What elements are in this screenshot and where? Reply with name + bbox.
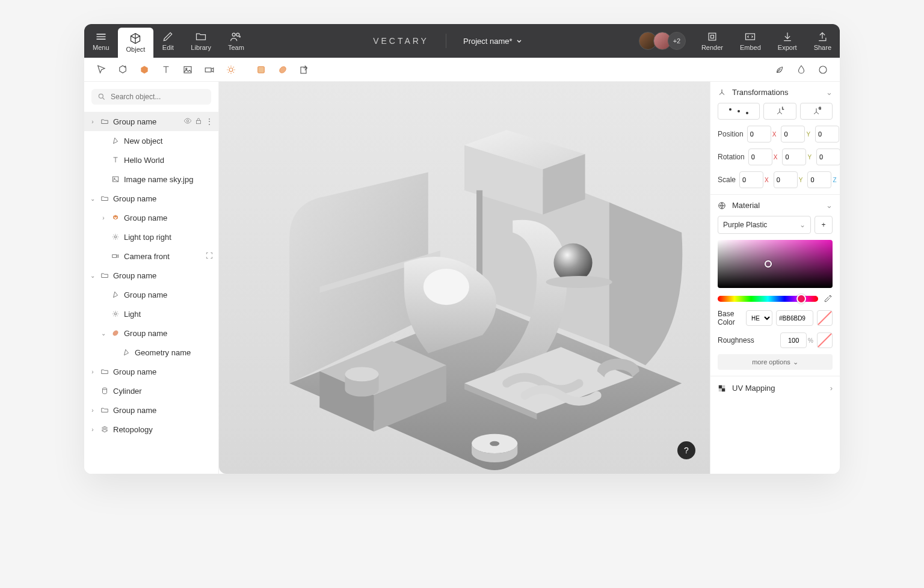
rotation-y-input[interactable] (782, 149, 806, 165)
position-y-input[interactable] (781, 126, 805, 142)
tree-item[interactable]: ⌄Group name (84, 323, 218, 343)
search-input-wrapper[interactable] (91, 89, 211, 105)
hex-value-input[interactable] (776, 310, 813, 326)
more-options-button[interactable]: more options ⌄ (718, 354, 833, 370)
tree-item[interactable]: Cylinder (84, 381, 218, 400)
svg-rect-37 (722, 388, 725, 391)
add-material-button[interactable]: + (815, 216, 833, 234)
local-space-button[interactable]: L (763, 103, 796, 120)
more-icon[interactable]: ⋮ (205, 117, 214, 126)
paint-tool[interactable] (272, 59, 294, 81)
tree-item[interactable]: ›Group name (84, 362, 218, 381)
viewport-3d[interactable]: ? (219, 82, 710, 474)
lock-icon[interactable] (194, 117, 203, 125)
tree-item-label: Group name (113, 406, 214, 415)
more-users-button[interactable]: +2 (668, 32, 686, 50)
tree-item[interactable]: Light top right (84, 227, 218, 247)
tree-item[interactable]: ›Retopology (84, 420, 218, 439)
position-label: Position (718, 130, 744, 138)
text-tool[interactable] (155, 59, 177, 81)
search-input[interactable] (111, 93, 205, 101)
transformations-header[interactable]: Transformations ⌄ (718, 88, 833, 97)
tree-item[interactable]: ›Group name (84, 208, 218, 227)
expand-chevron[interactable]: › (89, 426, 96, 433)
scale-x-input[interactable] (739, 171, 763, 188)
tree-item-label: Retopology (113, 425, 214, 434)
edit-mode-button[interactable]: Edit (153, 24, 182, 58)
roughness-input[interactable] (780, 332, 807, 348)
eye-icon[interactable] (183, 117, 192, 125)
tree-item[interactable]: Camera front (84, 247, 218, 266)
tree-item[interactable]: Image name sky.jpg (84, 170, 218, 189)
expand-chevron[interactable]: › (89, 407, 96, 414)
tree-item[interactable]: ›Group name⋮ (84, 112, 218, 131)
svg-rect-12 (258, 66, 265, 73)
material-header[interactable]: Material ⌄ (718, 201, 833, 210)
edit-icon (162, 31, 174, 43)
render-button[interactable]: Render (693, 24, 732, 58)
view-wireframe-tool[interactable] (790, 59, 812, 81)
chevron-right-icon: › (830, 384, 833, 393)
svg-rect-8 (184, 66, 191, 73)
tree-item-label: Group name (113, 367, 214, 376)
tree-item[interactable]: Geometry name (84, 343, 218, 362)
color-swatch[interactable] (817, 310, 833, 326)
light-tool[interactable] (220, 59, 242, 81)
position-z-input[interactable] (815, 126, 839, 142)
primitive-tool[interactable] (134, 59, 155, 81)
image-tool[interactable] (177, 59, 199, 81)
tree-item[interactable]: Light (84, 304, 218, 323)
tree-item[interactable]: ›Group name (84, 400, 218, 420)
help-button[interactable]: ? (677, 441, 695, 459)
view-settings-tool[interactable] (812, 59, 834, 81)
position-x-input[interactable] (747, 126, 771, 142)
view-shading-tool[interactable] (769, 59, 790, 81)
team-button[interactable]: Team (220, 24, 253, 58)
tree-item[interactable]: New object (84, 131, 218, 150)
export-button[interactable]: Export (769, 24, 805, 58)
expand-chevron[interactable]: ⌄ (89, 195, 96, 202)
select-tool[interactable] (90, 59, 112, 81)
pivot-origin-button[interactable] (718, 103, 760, 120)
eyedropper-icon[interactable] (823, 294, 833, 304)
embed-button[interactable]: Embed (732, 24, 769, 58)
expand-chevron[interactable]: › (100, 215, 107, 221)
library-button[interactable]: Library (182, 24, 220, 58)
library-label: Library (191, 44, 211, 51)
uv-mapping-title: UV Mapping (732, 384, 775, 393)
scale-y-input[interactable] (774, 171, 798, 188)
camera-tool[interactable] (199, 59, 220, 81)
expand-chevron[interactable]: › (89, 118, 96, 125)
global-space-button[interactable]: G (800, 103, 833, 120)
focus-icon[interactable] (205, 251, 214, 262)
uv-mapping-header[interactable]: UV Mapping › (710, 376, 840, 400)
rotation-x-input[interactable] (748, 149, 772, 165)
tree-item[interactable]: ⌄Group name (84, 189, 218, 208)
roughness-swatch[interactable] (817, 332, 833, 348)
share-button[interactable]: Share (805, 24, 840, 58)
hue-slider[interactable] (718, 296, 818, 302)
menu-button[interactable]: Menu (84, 24, 118, 58)
hue-cursor[interactable] (796, 294, 806, 304)
add-object-tool[interactable] (112, 59, 134, 81)
color-picker-area[interactable] (718, 240, 833, 288)
color-mode-select[interactable]: HEX (746, 310, 772, 326)
project-name-dropdown[interactable]: Project name* (463, 37, 522, 46)
object-mode-button[interactable]: Object (118, 28, 154, 58)
rotation-z-input[interactable] (816, 149, 840, 165)
svg-rect-39 (719, 388, 722, 391)
expand-chevron[interactable]: ⌄ (100, 330, 107, 337)
tree-item-label: Group name (124, 329, 214, 338)
tree-item[interactable]: ⌄Group name (84, 266, 218, 285)
scale-z-input[interactable] (807, 171, 831, 188)
expand-chevron[interactable]: › (89, 369, 96, 375)
material-tool[interactable] (250, 59, 272, 81)
tree-item[interactable]: Hello World (84, 150, 218, 170)
svg-point-14 (819, 66, 827, 73)
expand-chevron[interactable]: ⌄ (89, 272, 96, 279)
export-tool[interactable] (294, 59, 315, 81)
material-dropdown[interactable]: Purple Plastic ⌄ (718, 216, 811, 234)
image-icon (182, 64, 193, 75)
color-cursor[interactable] (765, 260, 772, 268)
tree-item[interactable]: Group name (84, 285, 218, 304)
